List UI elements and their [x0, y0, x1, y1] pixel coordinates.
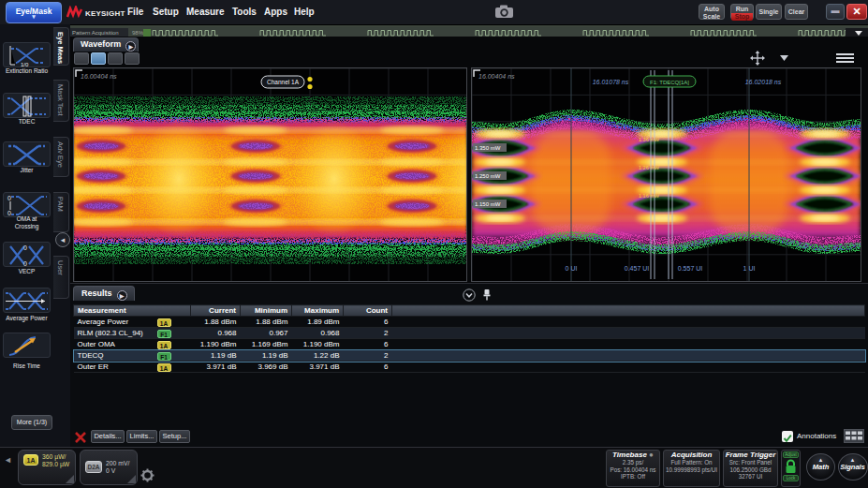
- svg-text:16.00404 ns: 16.00404 ns: [81, 73, 117, 80]
- svg-text:1.150 mW: 1.150 mW: [475, 201, 501, 207]
- svg-text:Pattern Acquisition: Pattern Acquisition: [72, 30, 119, 36]
- svg-text:0: 0: [7, 195, 11, 201]
- svg-text:1.350 mW: 1.350 mW: [475, 145, 501, 151]
- svg-text:0: 0: [23, 244, 27, 251]
- svg-text:16.02018 ns: 16.02018 ns: [745, 79, 782, 85]
- svg-text:16.01078 ns: 16.01078 ns: [593, 79, 629, 85]
- svg-text:0 UI: 0 UI: [566, 265, 578, 272]
- svg-text:0.557 UI: 0.557 UI: [678, 265, 703, 272]
- svg-text:1.26 mW: 1.26 mW: [639, 165, 660, 170]
- svg-text:0: 0: [23, 260, 27, 267]
- svg-text:Channel 1A: Channel 1A: [267, 79, 300, 85]
- svg-text:0.457 UI: 0.457 UI: [625, 265, 650, 272]
- svg-text:1 UI: 1 UI: [743, 265, 756, 272]
- svg-text:F1: TDECQ[1A]: F1: TDECQ[1A]: [650, 80, 689, 85]
- svg-text:1.36 mW: 1.36 mW: [639, 137, 660, 142]
- svg-text:1.250 mW: 1.250 mW: [475, 173, 501, 179]
- svg-text:98%: 98%: [132, 30, 144, 36]
- svg-text:16.00404 ns: 16.00404 ns: [478, 73, 515, 80]
- svg-text:1.16 mW: 1.16 mW: [639, 193, 660, 199]
